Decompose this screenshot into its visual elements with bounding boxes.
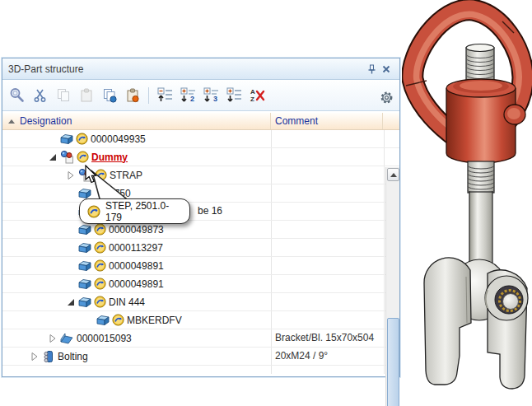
tree-row[interactable]: 0000015093 Bracket/Bl. 15x70x504 [2,329,399,348]
referenced-part-icon [77,151,89,163]
tree-row[interactable]: be 16 [2,203,399,221]
svg-text:Z: Z [250,96,254,103]
mouse-cursor [85,165,98,184]
panel-title: 3D-Part structure [8,63,364,75]
part-label-partially-hidden: be 16 [198,205,222,217]
svg-text:A: A [250,88,255,96]
search-icon[interactable] [7,86,26,105]
expander-expanded-icon[interactable] [63,298,78,306]
expander-collapsed-icon[interactable] [27,352,42,362]
column-header-comment[interactable]: Comment [271,113,383,129]
part-box-icon [78,278,91,290]
referenced-part-icon [94,278,106,290]
part-tooltip: STEP, 2501.0-179 [79,198,190,224]
part-box-icon [96,315,110,326]
part-box-icon [60,133,73,145]
part-box-icon [78,224,91,236]
tree-row[interactable]: STRAP [2,166,399,184]
paste-special-icon[interactable] [123,86,142,105]
tree-row[interactable]: MBKERDFV [2,311,399,329]
svg-text:2: 2 [190,95,194,103]
3d-part-structure-panel: 3D-Part structure 2 [2,58,400,377]
part-structure-grid: Designation Comment 0000049935 Dummy [2,113,399,376]
comment-cell: Bracket/Bl. 15x70x504 [275,332,374,343]
expand-level-3-icon[interactable]: 3 [202,86,221,105]
tree-row[interactable]: Dummy [2,148,399,166]
part-label: Bolting [58,351,88,362]
grid-header: Designation Comment [2,113,399,130]
copy-special-icon[interactable] [100,86,119,105]
part-box-icon [78,260,91,272]
part-label: 0000015093 [77,333,132,344]
referenced-part-icon [94,223,106,236]
remove-sort-icon[interactable]: AZ [248,86,267,105]
expand-level-2-icon[interactable]: 2 [179,86,198,105]
referenced-part-icon [94,241,106,254]
expand-all-icon[interactable] [225,86,244,105]
bolting-icon [42,350,55,363]
tree-row[interactable]: 0000049935 [2,130,399,148]
part-label: MBKERDFV [127,315,182,326]
part-label: 0000113297 [109,242,163,254]
tooltip-text: STEP, 2501.0-179 [105,200,182,223]
referenced-part-icon [112,314,124,326]
paste-icon[interactable] [77,86,96,105]
part-label: 0000049935 [91,133,146,145]
tree-rows: 0000049935 Dummy STRAP 7750 [2,130,399,383]
tree-row[interactable]: DIN 444 [2,293,399,311]
vertical-scrollbar[interactable] [385,167,399,406]
bearing [485,276,528,320]
referenced-part-icon [94,296,106,308]
left-prong [424,258,471,385]
toolbar-separator [148,87,149,104]
tree-row[interactable]: 0000049891 [2,257,399,275]
dummy-part-icon [60,151,74,164]
tree-row[interactable]: 0000049891 [2,275,399,293]
part-box-icon [78,242,91,254]
tree-row[interactable]: Bolting 20xM24 / 9° [2,348,399,366]
cut-icon[interactable] [30,86,49,105]
expander-collapsed-icon[interactable] [45,334,60,343]
expander-expanded-icon[interactable] [45,153,60,161]
sort-ascending-icon [8,119,15,124]
part-label: 0000049891 [109,278,164,290]
referenced-part-icon [87,205,100,218]
part-label: 0000049891 [109,260,164,272]
column-header-designation[interactable]: Designation [2,113,271,129]
tree-row[interactable]: 0000113297 [2,239,399,257]
part-label-dummy[interactable]: Dummy [91,152,128,163]
part-label: 0000049873 [109,224,164,236]
scroll-thumb[interactable] [387,318,399,406]
referenced-part-icon [94,259,106,272]
expander-collapsed-icon[interactable] [63,170,78,180]
referenced-part-icon [76,133,88,145]
tree-row[interactable]: 7750 [2,184,399,203]
swivel-collar [446,79,525,163]
collapse-all-icon[interactable] [156,86,175,105]
part-box-icon [78,296,91,308]
3d-model-lifting-eye[interactable] [402,0,532,406]
svg-text:3: 3 [213,95,217,103]
pin-icon[interactable] [364,63,379,76]
panel-titlebar[interactable]: 3D-Part structure [2,58,399,80]
panel-toolbar: 2 3 AZ [2,80,399,111]
close-icon[interactable] [379,63,394,76]
sheet-metal-icon [60,333,74,344]
tree-row[interactable]: 0000049873 [2,221,399,239]
scroll-up-button[interactable] [387,168,399,181]
part-label: DIN 444 [109,296,145,308]
settings-gear-icon[interactable] [377,88,396,107]
comment-cell: 20xM24 / 9° [275,350,328,362]
copy-icon[interactable] [54,86,72,105]
